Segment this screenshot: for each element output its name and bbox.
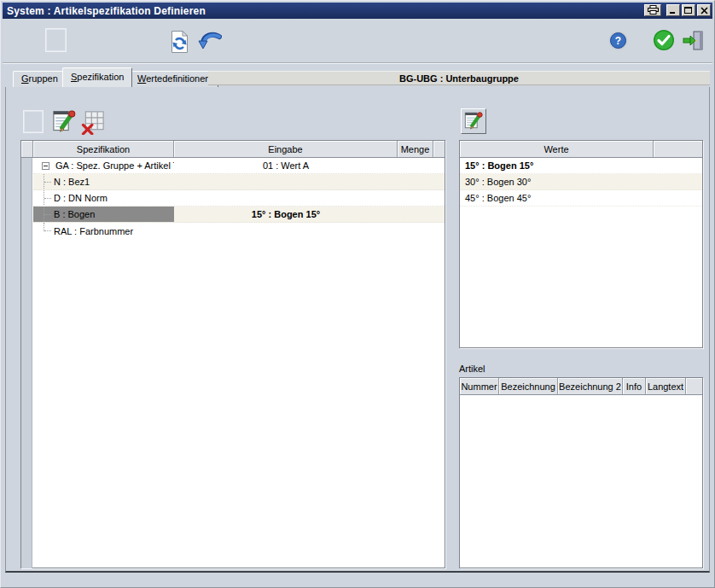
tree-guide — [44, 174, 52, 189]
spec-col-extra — [433, 141, 445, 157]
spec-row-eingabe: 15° : Bogen 15° — [174, 207, 398, 222]
werte-table: Werte 15° : Bogen 15° 30° : Bogen 30° 45… — [459, 140, 703, 348]
close-icon — [700, 4, 708, 17]
artikel-col-extra — [686, 378, 702, 394]
tree-guide — [44, 190, 52, 206]
titlebar: System : Artikelspezifikation Definieren — [3, 3, 712, 19]
tree-guide — [44, 223, 52, 231]
blank-page-icon — [23, 110, 44, 133]
maximize-button[interactable] — [682, 4, 695, 16]
artikel-table-header: Nummer Bezeichnung Bezeichnung 2 Info La… — [460, 378, 702, 395]
spec-table-body: GA : Spez. Gruppe + Artikel T 01 : Wert … — [21, 158, 445, 568]
spec-row-d[interactable]: D : DN Norm — [33, 190, 445, 207]
edit-values-icon[interactable] — [51, 107, 77, 136]
artikel-col-bezeichnung: Bezeichnung — [499, 378, 558, 394]
spec-row-label: D : DN Norm — [54, 193, 108, 203]
werte-row-15[interactable]: 15° : Bogen 15° — [460, 158, 702, 174]
spezifikation-page: Spezifikation Eingabe Menge GA : Spez. G… — [5, 87, 710, 573]
close-button[interactable] — [697, 4, 711, 16]
werte-row-45[interactable]: 45° : Bogen 45° — [460, 190, 702, 207]
print-button[interactable] — [644, 4, 661, 16]
spec-row-b-selected[interactable]: B : Bogen 15° : Bogen 15° — [33, 207, 445, 223]
spec-row-menge — [398, 158, 433, 173]
werte-row-30[interactable]: 30° : Bogen 30° — [460, 174, 702, 190]
maximize-icon — [684, 4, 693, 17]
werte-table-body: 15° : Bogen 15° 30° : Bogen 30° 45° : Bo… — [460, 158, 702, 207]
artikel-col-bezeichnung2: Bezeichnung 2 — [558, 378, 623, 394]
refresh-document-icon[interactable] — [169, 30, 189, 55]
spec-row-label: B : Bogen — [54, 209, 95, 219]
delete-grid-icon[interactable] — [80, 109, 106, 137]
artikel-table: Nummer Bezeichnung Bezeichnung 2 Info La… — [459, 377, 703, 568]
werte-table-header: Werte — [460, 141, 702, 158]
minimize-button[interactable] — [666, 4, 680, 16]
spec-col-rowhdr — [21, 141, 33, 157]
tab-wertedefinitionen[interactable]: Wertedefinitionen — [129, 71, 218, 87]
artikel-col-info: Info — [623, 378, 646, 394]
spec-row-label: N : Bez1 — [54, 177, 90, 187]
spec-table: Spezifikation Eingabe Menge GA : Spez. G… — [20, 140, 445, 568]
window-title: System : Artikelspezifikation Definieren — [3, 5, 206, 17]
spec-row-label: GA : Spez. Gruppe + Artikel T — [55, 160, 174, 171]
spec-col-eingabe: Eingabe — [174, 141, 398, 157]
artikel-col-langtext: Langtext — [646, 378, 686, 394]
edit-values-icon — [463, 109, 484, 133]
spec-row-ral[interactable]: RAL : Farbnummer — [33, 223, 445, 239]
row-header-strip — [21, 158, 32, 568]
spec-row-n[interactable]: N : Bez1 — [33, 174, 445, 190]
spec-row-eingabe: 01 : Wert A — [174, 158, 398, 173]
ok-icon[interactable] — [653, 29, 675, 53]
tree-guide — [44, 207, 52, 222]
spec-col-spezifikation: Spezifikation — [33, 141, 174, 157]
artikel-label: Artikel — [459, 364, 485, 374]
exit-icon[interactable] — [683, 30, 705, 53]
svg-text:?: ? — [615, 35, 621, 47]
titlebar-buttons — [642, 4, 711, 16]
tab-gruppen[interactable]: Gruppen — [13, 71, 67, 87]
spec-row-ga[interactable]: GA : Spez. Gruppe + Artikel T 01 : Wert … — [33, 158, 445, 174]
help-icon[interactable]: ? — [608, 31, 628, 52]
edit-werte-button[interactable] — [461, 108, 486, 134]
context-header: BG-UBG : Unterbaugruppe — [208, 71, 710, 85]
collapse-icon[interactable] — [42, 162, 49, 170]
tab-bar: Gruppen Spezifikation Wertedefinitionen … — [3, 67, 712, 87]
spec-row-label: RAL : Farbnummer — [54, 226, 133, 236]
print-icon — [648, 4, 659, 17]
tab-spezifikation[interactable]: Spezifikation — [62, 67, 132, 87]
werte-col: Werte — [460, 141, 654, 157]
minimize-icon — [669, 4, 677, 17]
app-window: System : Artikelspezifikation Definieren — [0, 0, 715, 588]
blank-icon — [45, 28, 67, 52]
undo-icon[interactable] — [198, 31, 222, 55]
spec-col-menge: Menge — [398, 141, 433, 157]
main-toolbar: ? — [3, 19, 712, 63]
spec-table-header: Spezifikation Eingabe Menge — [21, 141, 445, 158]
werte-col-extra — [654, 141, 702, 157]
artikel-col-nummer: Nummer — [460, 378, 499, 394]
